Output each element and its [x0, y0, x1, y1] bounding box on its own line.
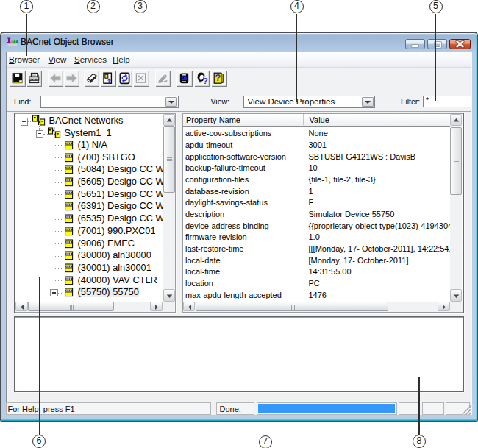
svg-text:?: ? — [215, 73, 221, 83]
svg-text:?: ? — [202, 77, 207, 85]
